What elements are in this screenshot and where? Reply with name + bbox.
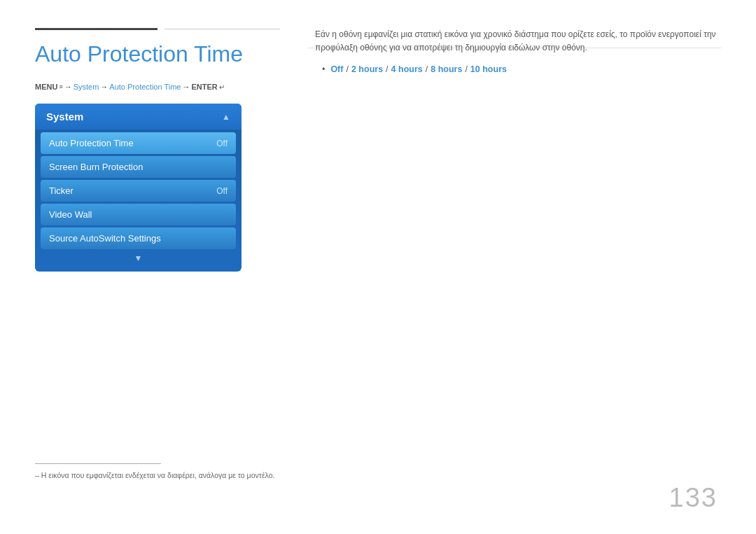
menu-items-list: Auto Protection Time Off Screen Burn Pro…	[35, 129, 241, 252]
system-panel-title: System	[46, 111, 83, 122]
menu-item-label-source-autoswitch: Source AutoSwitch Settings	[49, 233, 161, 244]
description-text: Εάν η οθόνη εμφανίζει μια στατική εικόνα…	[315, 28, 721, 55]
feature-label: Auto Protection Time	[109, 83, 181, 91]
chevron-down-icon: ▼	[35, 252, 241, 266]
menu-item-label-ticker: Ticker	[49, 185, 74, 196]
footer-note: – Η εικόνα που εμφανίζεται ενδέχεται να …	[35, 471, 274, 479]
menu-item-source-autoswitch[interactable]: Source AutoSwitch Settings	[41, 227, 236, 249]
separator-2: /	[386, 64, 388, 74]
title-underline-light	[164, 29, 280, 29]
separator-3: /	[426, 64, 428, 74]
page-number: 133	[669, 483, 718, 513]
menu-icon-symbol: ≡	[59, 83, 62, 90]
menu-item-label-screen-burn: Screen Burn Protection	[49, 162, 143, 172]
menu-icon: MENU	[35, 83, 57, 91]
option-8hours: 8 hours	[430, 64, 462, 74]
bullet-point: •	[322, 64, 325, 74]
page-title: Auto Protection Time	[35, 41, 243, 67]
menu-path: MENU ≡ → System → Auto Protection Time →…	[35, 83, 225, 91]
footer-line	[35, 463, 161, 464]
option-10hours: 10 hours	[470, 64, 507, 74]
menu-item-label-video-wall: Video Wall	[49, 209, 92, 220]
arrow-3: →	[182, 83, 190, 91]
arrow-1: →	[64, 83, 72, 91]
separator-4: /	[465, 64, 467, 74]
system-label: System	[74, 83, 99, 91]
menu-item-video-wall[interactable]: Video Wall	[41, 204, 236, 225]
menu-item-screen-burn[interactable]: Screen Burn Protection	[41, 156, 236, 178]
system-panel: System ▲ Auto Protection Time Off Screen…	[35, 104, 241, 272]
chevron-up-icon: ▲	[222, 112, 230, 122]
separator-1: /	[346, 64, 348, 74]
menu-item-value-ticker: Off	[216, 186, 227, 196]
system-panel-header: System ▲	[35, 104, 241, 129]
title-underline-dark	[35, 28, 158, 30]
menu-item-auto-protection[interactable]: Auto Protection Time Off	[41, 132, 236, 154]
option-off: Off	[330, 64, 343, 74]
arrow-2: →	[100, 83, 108, 91]
option-2hours: 2 hours	[351, 64, 383, 74]
enter-label: ENTER	[191, 83, 217, 91]
option-4hours: 4 hours	[391, 64, 423, 74]
menu-item-ticker[interactable]: Ticker Off	[41, 180, 236, 202]
right-column: Εάν η οθόνη εμφανίζει μια στατική εικόνα…	[315, 28, 721, 74]
enter-icon: ↵	[219, 83, 225, 91]
options-list: • Off / 2 hours / 4 hours / 8 hours / 10…	[322, 64, 721, 74]
menu-item-label-auto-protection: Auto Protection Time	[49, 138, 134, 148]
menu-item-value-auto-protection: Off	[216, 139, 227, 148]
